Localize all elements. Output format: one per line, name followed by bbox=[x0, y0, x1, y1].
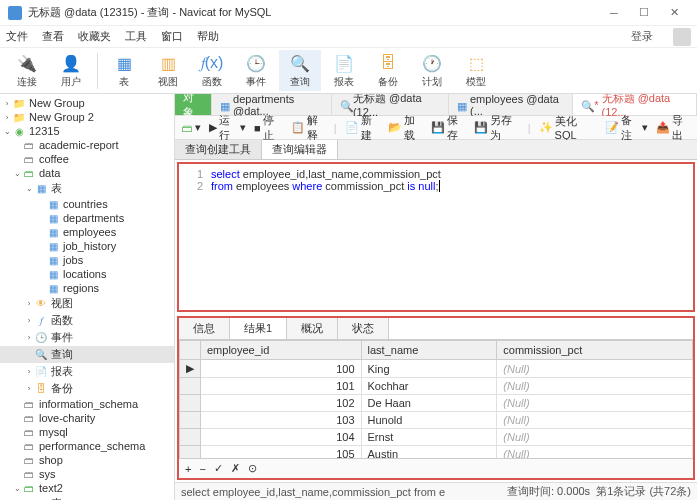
result-status-tab[interactable]: 状态 bbox=[338, 318, 389, 339]
tree-table[interactable]: ▦locations bbox=[0, 267, 174, 281]
tree-db[interactable]: 🗃shop bbox=[0, 453, 174, 467]
menu-view[interactable]: 查看 bbox=[42, 29, 64, 44]
tree-db-text2[interactable]: ⌄🗃text2 bbox=[0, 481, 174, 495]
beautify-button[interactable]: ✨美化 SQL bbox=[539, 114, 597, 141]
tree-db[interactable]: 🗃coffee bbox=[0, 152, 174, 166]
close-button[interactable]: ✕ bbox=[659, 6, 689, 19]
tree-table[interactable]: ▦departments bbox=[0, 211, 174, 225]
table-button[interactable]: ▦表 bbox=[103, 50, 145, 91]
tree-reports[interactable]: ›📄报表 bbox=[0, 363, 174, 380]
table-row: 105Austin(Null) bbox=[180, 446, 693, 459]
export-button[interactable]: 📤导出 bbox=[656, 113, 691, 143]
menu-favorites[interactable]: 收藏夹 bbox=[78, 29, 111, 44]
tree-group[interactable]: ›📁New Group bbox=[0, 96, 174, 110]
tree-queries[interactable]: 🔍查询 bbox=[0, 346, 174, 363]
event-button[interactable]: 🕒事件 bbox=[235, 50, 277, 91]
new-button[interactable]: 📄新建 bbox=[345, 113, 380, 143]
menu-tools[interactable]: 工具 bbox=[125, 29, 147, 44]
query-button[interactable]: 🔍查询 bbox=[279, 50, 321, 91]
avatar[interactable] bbox=[673, 28, 691, 46]
tree-group[interactable]: ›📁New Group 2 bbox=[0, 110, 174, 124]
function-button[interactable]: 𝑓(x)函数 bbox=[191, 50, 233, 91]
tree-db[interactable]: 🗃performance_schema bbox=[0, 439, 174, 453]
result-info-tab[interactable]: 信息 bbox=[179, 318, 230, 339]
connect-button[interactable]: 🔌连接 bbox=[6, 50, 48, 91]
sidebar: ›📁New Group ›📁New Group 2 ⌄◉12315 🗃acade… bbox=[0, 94, 175, 500]
table-row: 103Hunold(Null) bbox=[180, 412, 693, 429]
table-row: ▶100King(Null) bbox=[180, 360, 693, 378]
tree-funcs[interactable]: ›𝑓函数 bbox=[0, 312, 174, 329]
col-last-name[interactable]: last_name bbox=[361, 341, 497, 360]
tree-table[interactable]: ▦job_history bbox=[0, 239, 174, 253]
sql-editor[interactable]: 1select employee_id,last_name,commission… bbox=[177, 162, 695, 312]
result-grid[interactable]: employee_idlast_namecommission_pct ▶100K… bbox=[179, 340, 693, 458]
delete-row-button[interactable]: − bbox=[199, 463, 205, 475]
tree-db[interactable]: 🗃academic-report bbox=[0, 138, 174, 152]
db-selector[interactable]: 🗃▾ bbox=[181, 121, 201, 134]
tree-db[interactable]: 🗃sys bbox=[0, 467, 174, 481]
explain-button[interactable]: 📋解释 bbox=[291, 113, 326, 143]
backup-button[interactable]: 🗄备份 bbox=[367, 50, 409, 91]
tab-objects[interactable]: 对象 bbox=[175, 94, 212, 115]
apply-button[interactable]: ✓ bbox=[214, 462, 223, 475]
menu-file[interactable]: 文件 bbox=[6, 29, 28, 44]
menu-help[interactable]: 帮助 bbox=[197, 29, 219, 44]
table-row: 104Ernst(Null) bbox=[180, 429, 693, 446]
tree-db[interactable]: 🗃mysql bbox=[0, 425, 174, 439]
model-button[interactable]: ⬚模型 bbox=[455, 50, 497, 91]
schedule-button[interactable]: 🕐计划 bbox=[411, 50, 453, 91]
tree-db[interactable]: 🗃love-charity bbox=[0, 411, 174, 425]
result-summary-tab[interactable]: 概况 bbox=[287, 318, 338, 339]
tree-table[interactable]: ▦employees bbox=[0, 225, 174, 239]
note-button[interactable]: 📝备注▾ bbox=[605, 113, 648, 143]
table-row: 102De Haan(Null) bbox=[180, 395, 693, 412]
saveas-button[interactable]: 💾另存为 bbox=[474, 113, 519, 143]
tree-table[interactable]: ▦countries bbox=[0, 197, 174, 211]
col-employee-id[interactable]: employee_id bbox=[201, 341, 362, 360]
maximize-button[interactable]: ☐ bbox=[629, 6, 659, 19]
tree-views[interactable]: ›👁视图 bbox=[0, 295, 174, 312]
window-title: 无标题 @data (12315) - 查询 - Navicat for MyS… bbox=[28, 5, 599, 20]
refresh-button[interactable]: ⊙ bbox=[248, 462, 257, 475]
save-button[interactable]: 💾保存 bbox=[431, 113, 466, 143]
tree-events[interactable]: ›🕒事件 bbox=[0, 329, 174, 346]
view-button[interactable]: ▥视图 bbox=[147, 50, 189, 91]
sep bbox=[97, 53, 98, 89]
col-commission-pct[interactable]: commission_pct bbox=[497, 341, 693, 360]
status-query: select employee_id,last_name,commission_… bbox=[181, 486, 445, 498]
report-button[interactable]: 📄报表 bbox=[323, 50, 365, 91]
status-time: 查询时间: 0.000s bbox=[507, 485, 590, 497]
app-icon bbox=[8, 6, 22, 20]
menu-window[interactable]: 窗口 bbox=[161, 29, 183, 44]
tree-tables[interactable]: ›▦表 bbox=[0, 495, 174, 500]
load-button[interactable]: 📂加载 bbox=[388, 113, 423, 143]
tree-tables[interactable]: ⌄▦表 bbox=[0, 180, 174, 197]
tree-db-data[interactable]: ⌄🗃data bbox=[0, 166, 174, 180]
status-records: 第1条记录 (共72条) bbox=[596, 485, 691, 497]
result-data-tab[interactable]: 结果1 bbox=[230, 318, 287, 339]
query-builder-tab[interactable]: 查询创建工具 bbox=[175, 140, 262, 159]
login-link[interactable]: 登录 bbox=[631, 29, 653, 44]
stop-button[interactable]: ■ 停止 bbox=[254, 113, 282, 143]
run-button[interactable]: ▶ 运行 ▾ bbox=[209, 113, 246, 143]
minimize-button[interactable]: ─ bbox=[599, 7, 629, 19]
add-row-button[interactable]: + bbox=[185, 463, 191, 475]
tree-connection[interactable]: ⌄◉12315 bbox=[0, 124, 174, 138]
tree-backups[interactable]: ›🗄备份 bbox=[0, 380, 174, 397]
tree-table[interactable]: ▦jobs bbox=[0, 253, 174, 267]
tree-table[interactable]: ▦regions bbox=[0, 281, 174, 295]
query-editor-tab[interactable]: 查询编辑器 bbox=[262, 140, 338, 159]
table-row: 101Kochhar(Null) bbox=[180, 378, 693, 395]
user-button[interactable]: 👤用户 bbox=[50, 50, 92, 91]
cancel-button[interactable]: ✗ bbox=[231, 462, 240, 475]
tree-db[interactable]: 🗃information_schema bbox=[0, 397, 174, 411]
